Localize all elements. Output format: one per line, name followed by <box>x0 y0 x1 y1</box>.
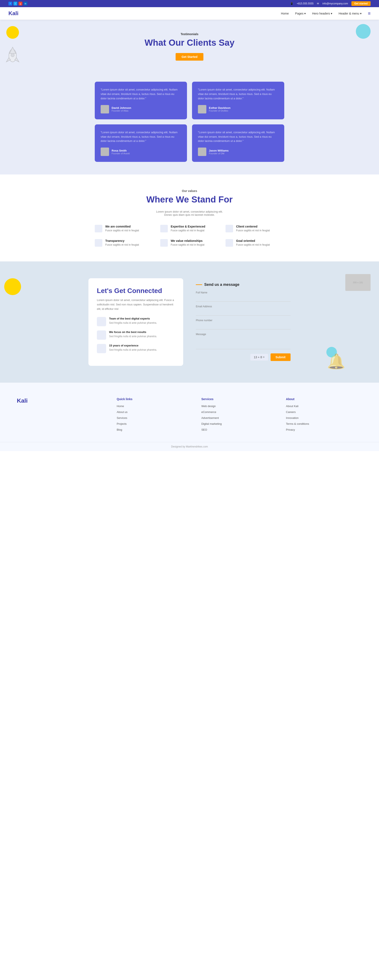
deco-cyan-circle <box>356 24 371 39</box>
message-input[interactable] <box>196 337 291 349</box>
phone-input[interactable] <box>196 323 291 329</box>
linkedin-icon[interactable]: in <box>24 2 27 5</box>
value-title-2: Expertise & Experienced <box>171 225 205 228</box>
footer-link-home[interactable]: Home <box>117 404 193 408</box>
submit-button[interactable]: Submit <box>271 353 291 361</box>
twitter-icon[interactable]: t <box>13 2 17 5</box>
value-icon-3 <box>226 225 233 232</box>
form-section-title: Send us a message <box>204 282 239 287</box>
values-title: Where We Stand For <box>13 194 366 205</box>
full-name-input[interactable] <box>196 295 291 302</box>
connect-feature-3: 15 years of experience Sed fringilla nul… <box>97 344 175 353</box>
testimonials-cta-button[interactable]: Get Started <box>175 53 203 60</box>
connect-feature-icon-3 <box>97 344 106 353</box>
captcha-box: 13 + 8 = <box>250 354 268 361</box>
value-title-4: Transparency <box>105 239 139 242</box>
footer-link-blog[interactable]: Blog <box>117 428 193 431</box>
values-description: Lorem ipsum dolor sit amet, consectetur … <box>156 210 223 216</box>
avatar-2 <box>198 105 206 113</box>
footer-top: Kali Quick links Home About us Services … <box>0 383 379 442</box>
google-plus-icon[interactable]: g <box>19 2 22 5</box>
value-desc-3: Fusce sagittis et nisl in feugiat <box>236 229 270 232</box>
deco-yellow-circle <box>6 26 19 39</box>
cards-grid: "Lorem ipsum dolor sit amet, consectetur… <box>95 82 284 162</box>
value-title-5: We value relationships <box>171 239 204 242</box>
footer: Kali Quick links Home About us Services … <box>0 383 379 451</box>
get-started-topbar-button[interactable]: Get started <box>352 1 371 6</box>
form-field-name: Full Name <box>196 291 291 302</box>
facebook-icon[interactable]: f <box>8 2 12 5</box>
footer-grid: Kali Quick links Home About us Services … <box>17 398 362 434</box>
footer-privacy[interactable]: Privacy <box>286 428 362 431</box>
footer-link-services[interactable]: Services <box>117 416 193 420</box>
card-author-3: Rosa Smith Founder of Avanti <box>100 148 181 156</box>
chevron-down-icon: ▾ <box>360 12 361 15</box>
connect-desc: Lorem ipsum dolor sit amet, consectetur … <box>97 298 175 311</box>
nav-header-menu[interactable]: Header & menu ▾ <box>339 12 361 15</box>
footer-service-digital[interactable]: Digital marketing <box>201 422 277 426</box>
avatar-1 <box>100 105 109 113</box>
value-desc-2: Fusce sagittis et nisl in feugiat <box>171 229 205 232</box>
logo[interactable]: Kali <box>8 10 19 17</box>
author-role-3: Founder of Avanti <box>111 152 130 155</box>
top-bar-right: 📱 +815.555.5555 ✉ info@mycompany.com Get… <box>290 1 371 6</box>
footer-careers[interactable]: Careers <box>286 410 362 414</box>
footer-link-about[interactable]: About us <box>117 410 193 414</box>
footer-about-col: About About Kali Careers Innovation Term… <box>286 398 362 434</box>
connect-feature-title-2: We focus on the best results <box>109 331 157 334</box>
footer-about-list: About Kali Careers Innovation Terms & co… <box>286 404 362 431</box>
connect-inner: Let's Get Connected Lorem ipsum dolor si… <box>88 278 291 366</box>
value-desc-4: Fusce sagittis et nisl in feugiat <box>105 243 139 246</box>
phone-label: Phone number <box>196 319 291 322</box>
value-desc-5: Fusce sagittis et nisl in feugiat <box>171 243 204 246</box>
footer-service-ad[interactable]: Advertisement <box>201 416 277 420</box>
author-role-2: Founder of Divilleo <box>209 110 231 112</box>
footer-service-web[interactable]: Web design <box>201 404 277 408</box>
nav-links: Home Pages ▾ Hero headers ▾ Header & men… <box>281 11 371 16</box>
connect-title: Let's Get Connected <box>97 287 175 295</box>
testimonial-card-4: "Lorem ipsum dolor sit amet, consectetur… <box>192 124 284 162</box>
connect-left-card: Let's Get Connected Lorem ipsum dolor si… <box>88 278 183 366</box>
footer-bottom: Designed by Markhendrikes.com <box>0 442 379 451</box>
value-item-2: Expertise & Experienced Fusce sagittis e… <box>160 225 219 232</box>
testimonial-quote-4: "Lorem ipsum dolor sit amet, consectetur… <box>198 130 279 143</box>
footer-terms[interactable]: Terms & conditions <box>286 422 362 426</box>
chevron-down-icon: ▾ <box>331 12 332 15</box>
footer-quick-links-list: Home About us Services Projects Blog <box>117 404 193 431</box>
connect-feature-desc-1: Sed fringilla nulla id ante pulvinar pha… <box>109 321 157 325</box>
full-name-label: Full Name <box>196 291 291 294</box>
testimonials-subtitle: Testimonials <box>8 32 371 36</box>
footer-about-kali[interactable]: About Kali <box>286 404 362 408</box>
hamburger-icon[interactable]: ≡ <box>368 11 371 16</box>
message-label: Message <box>196 333 291 336</box>
footer-link-projects[interactable]: Projects <box>117 422 193 426</box>
form-field-email: Email Address <box>196 305 291 315</box>
connect-deco-image: 300 x 181 <box>345 274 371 291</box>
connect-deco-yellow <box>4 278 21 295</box>
value-item-6: Goal oriented Fusce sagittis et nisl in … <box>226 239 284 247</box>
top-bar-left: f t g in <box>8 2 27 5</box>
footer-service-seo[interactable]: SEO <box>201 428 277 431</box>
value-desc-6: Fusce sagittis et nisl in feugiat <box>236 243 270 246</box>
footer-service-ecommerce[interactable]: eCommerce <box>201 410 277 414</box>
nav-hero-headers[interactable]: Hero headers ▾ <box>312 12 332 15</box>
value-item-1: We are committed Fusce sagittis et nisl … <box>95 225 153 232</box>
footer-services-col: Services Web design eCommerce Advertisem… <box>201 398 277 434</box>
nav-pages[interactable]: Pages ▾ <box>295 12 306 15</box>
testimonial-card-1: "Lorem ipsum dolor sit amet, consectetur… <box>95 82 187 119</box>
value-icon-5 <box>160 239 168 247</box>
connect-feature-1: Team of the best digital experts Sed fri… <box>97 317 175 326</box>
form-section-line <box>196 284 202 285</box>
email-input[interactable] <box>196 309 291 315</box>
bell-decoration: 🔔 <box>327 353 345 370</box>
footer-logo: Kali <box>17 398 108 404</box>
value-icon-1 <box>95 225 102 232</box>
footer-innovation[interactable]: Innovation <box>286 416 362 420</box>
chevron-down-icon: ▾ <box>304 12 306 15</box>
top-bar: f t g in 📱 +815.555.5555 ✉ info@mycompan… <box>0 0 379 7</box>
value-item-4: Transparency Fusce sagittis et nisl in f… <box>95 239 153 247</box>
testimonial-quote-2: "Lorem ipsum dolor sit amet, consectetur… <box>198 88 279 100</box>
values-section: Our values Where We Stand For Lorem ipsu… <box>0 175 379 261</box>
nav-home[interactable]: Home <box>281 12 289 15</box>
testimonial-cards-section: "Lorem ipsum dolor sit amet, consectetur… <box>0 78 379 175</box>
